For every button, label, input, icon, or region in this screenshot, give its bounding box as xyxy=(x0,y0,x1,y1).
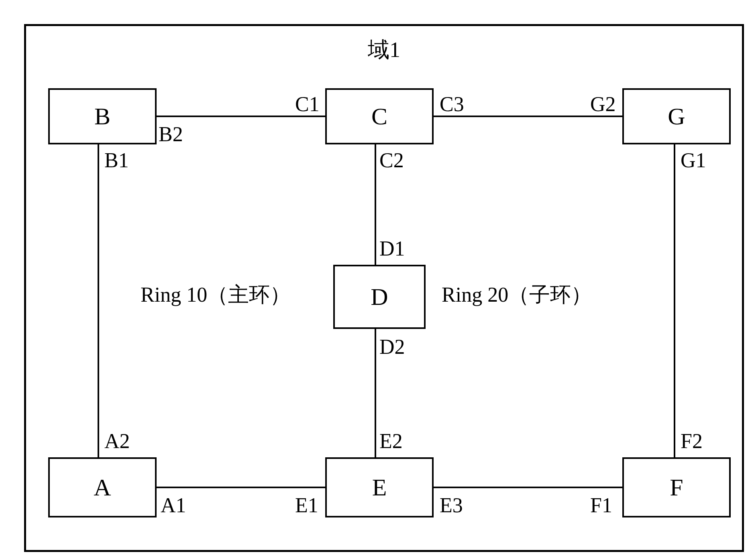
node-B: B xyxy=(48,88,157,144)
port-B1: B1 xyxy=(104,148,129,172)
port-A2: A2 xyxy=(104,429,130,453)
node-G: G xyxy=(622,88,731,144)
node-B-label: B xyxy=(94,103,110,130)
node-C: C xyxy=(325,88,434,144)
node-E-label: E xyxy=(372,474,387,501)
port-F2: F2 xyxy=(681,429,703,453)
node-A-label: A xyxy=(94,474,111,501)
port-B2: B2 xyxy=(159,122,183,146)
port-A1: A1 xyxy=(161,493,186,517)
port-E3: E3 xyxy=(440,493,463,517)
port-E2: E2 xyxy=(379,429,403,453)
node-F-label: F xyxy=(670,474,683,501)
port-E1: E1 xyxy=(295,493,318,517)
port-C2: C2 xyxy=(379,148,404,172)
node-D: D xyxy=(333,265,426,329)
diagram-frame: 域1 B C G D A E F B1 B2 C1 C2 C3 G2 G1 D1… xyxy=(8,8,752,560)
port-G2: G2 xyxy=(590,92,616,116)
node-A: A xyxy=(48,457,157,517)
node-F: F xyxy=(622,457,731,517)
node-G-label: G xyxy=(668,103,685,130)
ring10-label: Ring 10（主环） xyxy=(141,281,291,309)
domain-title: 域1 xyxy=(368,35,400,65)
port-F1: F1 xyxy=(590,493,612,517)
port-D2: D2 xyxy=(379,335,405,359)
port-D1: D1 xyxy=(379,237,405,260)
node-D-label: D xyxy=(371,283,388,311)
node-C-label: C xyxy=(371,103,387,130)
ring20-label: Ring 20（子环） xyxy=(442,281,592,309)
port-C3: C3 xyxy=(440,92,464,116)
port-G1: G1 xyxy=(681,148,706,172)
node-E: E xyxy=(325,457,434,517)
port-C1: C1 xyxy=(295,92,320,116)
